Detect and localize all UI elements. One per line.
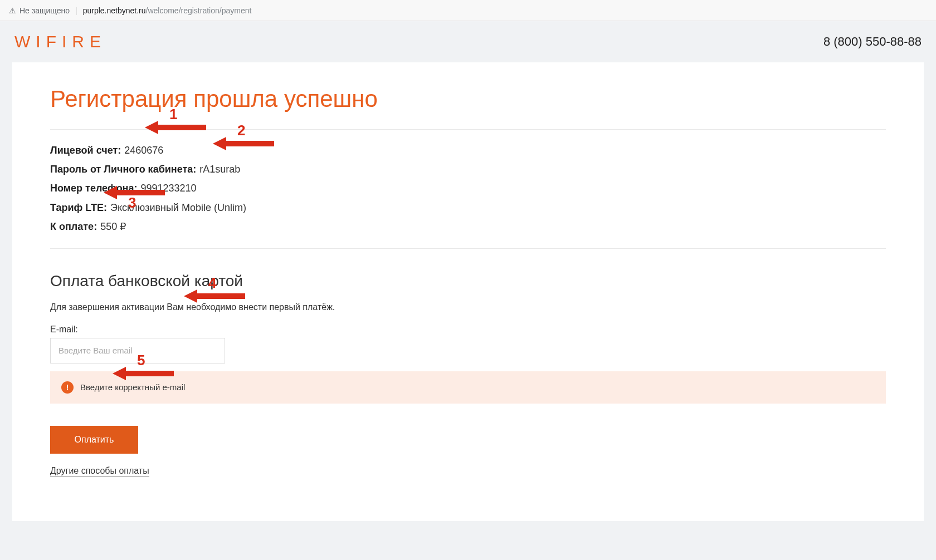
error-text: Введите корректный e-mail xyxy=(80,382,185,392)
amount-row: К оплате: 550 ₽ xyxy=(50,217,886,236)
site-header: WIFIRE 8 (800) 550-88-88 xyxy=(0,21,936,62)
payment-info: Для завершения активации Вам необходимо … xyxy=(50,302,886,312)
pay-button[interactable]: Оплатить xyxy=(50,426,138,454)
contact-phone: 8 (800) 550-88-88 xyxy=(823,35,922,49)
tariff-value: Эксклюзивный Mobile (Unlim) xyxy=(110,198,246,217)
password-value: rA1surab xyxy=(199,160,240,179)
account-label: Лицевой счет: xyxy=(50,141,121,160)
email-label: E-mail: xyxy=(50,325,886,335)
security-label: Не защищено xyxy=(20,6,70,15)
browser-address-bar: ⚠ Не защищено | purple.netbynet.ru/welco… xyxy=(0,0,936,21)
exclamation-icon: ! xyxy=(61,381,74,394)
error-banner: ! Введите корректный e-mail xyxy=(50,371,886,404)
tariff-row: Тариф LTE: Эксклюзивный Mobile (Unlim) xyxy=(50,198,886,217)
page-body: WIFIRE 8 (800) 550-88-88 Регистрация про… xyxy=(0,21,936,521)
url-domain: purple.netbynet.ru xyxy=(83,6,146,15)
amount-label: К оплате: xyxy=(50,217,97,236)
url-path: /welcome/registration/payment xyxy=(146,6,252,15)
email-field[interactable] xyxy=(50,338,225,363)
password-row: Пароль от Личного кабинета: rA1surab xyxy=(50,160,886,179)
page-title: Регистрация прошла успешно xyxy=(50,86,886,112)
content-card: Регистрация прошла успешно Лицевой счет:… xyxy=(12,62,924,521)
password-label: Пароль от Личного кабинета: xyxy=(50,160,196,179)
phone-row: Номер телефона: 9991233210 xyxy=(50,179,886,198)
phone-label: Номер телефона: xyxy=(50,179,138,198)
logo: WIFIRE xyxy=(14,32,106,51)
tariff-label: Тариф LTE: xyxy=(50,198,107,217)
separator: | xyxy=(75,6,77,15)
payment-subtitle: Оплата банковской картой xyxy=(50,272,886,290)
account-row: Лицевой счет: 2460676 xyxy=(50,141,886,160)
other-payment-methods-link[interactable]: Другие способы оплаты xyxy=(50,466,149,477)
account-value: 2460676 xyxy=(124,141,163,160)
registration-details: Лицевой счет: 2460676 Пароль от Личного … xyxy=(50,129,886,249)
amount-value: 550 ₽ xyxy=(100,217,126,236)
phone-value: 9991233210 xyxy=(141,179,197,198)
insecure-icon: ⚠ xyxy=(9,6,16,15)
